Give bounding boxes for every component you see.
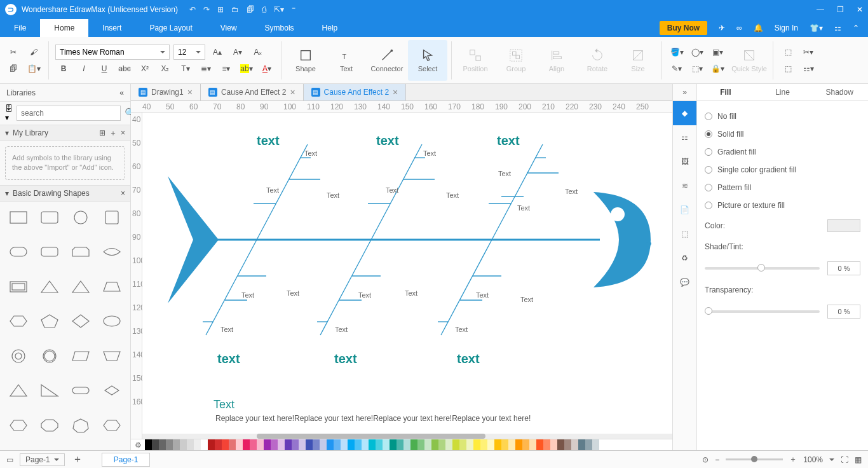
note[interactable]: Text — [446, 191, 459, 199]
quick-style-button[interactable]: Quick Style — [729, 40, 769, 81]
theme-icon[interactable]: 👕▾ — [810, 24, 823, 32]
shape-frame[interactable] — [5, 276, 32, 298]
comments-panel-icon[interactable]: 💬 — [673, 270, 696, 294]
shape-pill[interactable] — [5, 241, 32, 263]
zoom-in-icon[interactable]: ＋ — [789, 454, 797, 465]
line-style-icon[interactable]: ◯▾ — [689, 45, 705, 60]
drawing-canvas[interactable]: text text text text text text Text Text … — [142, 113, 672, 439]
shape-triangle2[interactable] — [67, 276, 95, 298]
shape-circle[interactable] — [67, 207, 95, 228]
note[interactable]: Text — [304, 149, 317, 157]
color-swatch[interactable] — [348, 439, 355, 450]
my-library-header[interactable]: ▾My Library ⊞ ＋ × — [0, 125, 130, 141]
color-swatch[interactable] — [508, 439, 515, 450]
color-swatch[interactable] — [397, 439, 403, 450]
collapse-ribbon-icon[interactable]: ⌃ — [853, 24, 859, 32]
zoom-out-icon[interactable]: − — [715, 455, 719, 464]
print-icon[interactable]: ⎙ — [262, 5, 266, 14]
color-swatch[interactable] — [827, 219, 860, 232]
color-swatch[interactable] — [208, 439, 215, 450]
fill-none-radio[interactable]: No fill — [705, 107, 860, 125]
color-swatch[interactable] — [452, 439, 459, 450]
color-swatch[interactable] — [264, 439, 271, 450]
add-icon[interactable]: ＋ — [109, 128, 117, 139]
grid-panel-icon[interactable]: ⚏ — [673, 125, 696, 149]
menu-file[interactable]: File — [0, 19, 40, 37]
shape-para[interactable] — [67, 345, 95, 367]
note[interactable]: Text — [405, 289, 417, 297]
color-swatch[interactable] — [173, 439, 180, 450]
cause-label[interactable]: text — [376, 134, 399, 148]
color-swatch[interactable] — [494, 439, 501, 450]
color-swatch[interactable] — [341, 439, 348, 450]
library-dropdown-icon[interactable]: 🗄▾ — [5, 104, 13, 122]
color-swatch[interactable] — [201, 439, 208, 450]
color-swatch[interactable] — [522, 439, 529, 450]
color-swatch[interactable] — [222, 439, 229, 450]
collapse-left-icon[interactable]: « — [119, 88, 124, 97]
arrow-icon[interactable]: 🔒▾ — [709, 61, 726, 76]
color-swatch[interactable] — [410, 439, 417, 450]
diagram-desc[interactable]: Replace your text here!Replace your text… — [215, 414, 531, 423]
page-panel-icon[interactable]: 📄 — [673, 198, 696, 222]
color-swatch[interactable] — [299, 439, 306, 450]
color-swatch[interactable] — [215, 439, 222, 450]
paste-icon[interactable]: 📋▾ — [25, 61, 42, 76]
send-icon[interactable]: ✈ — [719, 24, 725, 32]
color-swatch[interactable] — [159, 439, 166, 450]
fill-color-icon[interactable]: 🪣▾ — [668, 45, 685, 60]
add-page-button[interactable]: ＋ — [71, 453, 84, 466]
shape-rect[interactable] — [5, 207, 32, 228]
close-tab-icon[interactable]: × — [290, 87, 295, 97]
fill-solid-radio[interactable]: Solid fill — [705, 125, 860, 143]
superscript-icon[interactable]: X² — [137, 61, 153, 76]
bullets-icon[interactable]: ≡▾ — [218, 61, 234, 76]
color-swatch[interactable] — [585, 439, 592, 450]
note[interactable]: Text — [565, 188, 578, 195]
menu-symbols[interactable]: Symbols — [251, 19, 308, 37]
color-swatch[interactable] — [320, 439, 327, 450]
fill-panel-icon[interactable]: ◆ — [673, 101, 696, 125]
color-swatch[interactable] — [383, 439, 390, 450]
align-button[interactable]: Align — [537, 40, 576, 81]
color-swatch[interactable] — [229, 439, 236, 450]
page-tab[interactable]: Page-1 — [102, 453, 151, 467]
page-list-icon[interactable]: ▭ — [6, 455, 13, 464]
crop-icon[interactable]: ✂▾ — [800, 45, 817, 60]
menu-insert[interactable]: Insert — [88, 19, 135, 37]
cause-label[interactable]: text — [257, 134, 280, 148]
cause-label[interactable]: text — [334, 352, 357, 366]
color-swatch[interactable] — [515, 439, 522, 450]
color-swatch[interactable] — [243, 439, 250, 450]
play-icon[interactable]: ⊙ — [702, 455, 709, 464]
share-icon[interactable]: ∞ — [736, 24, 742, 32]
basic-shapes-header[interactable]: ▾Basic Drawing Shapes × — [0, 185, 130, 202]
menu-help[interactable]: Help — [308, 19, 352, 37]
note[interactable]: Text — [520, 296, 533, 303]
buy-now-button[interactable]: Buy Now — [660, 21, 707, 35]
color-swatch[interactable] — [236, 439, 243, 450]
subscript-icon[interactable]: X₂ — [157, 61, 173, 76]
color-swatch[interactable] — [271, 439, 278, 450]
shape-rounded2[interactable] — [36, 241, 64, 263]
color-swatch[interactable] — [466, 439, 473, 450]
color-swatch[interactable] — [376, 439, 383, 450]
clear-format-icon[interactable]: Aₓ — [250, 45, 266, 60]
format-painter-icon[interactable]: 🖌 — [25, 45, 42, 60]
italic-icon[interactable]: I — [76, 61, 92, 76]
size-panel-icon[interactable]: ⬚ — [673, 222, 696, 246]
doc-tab-2[interactable]: ▤Cause And Effect 2× — [201, 84, 304, 100]
color-swatch[interactable] — [557, 439, 564, 450]
color-swatch[interactable] — [334, 439, 341, 450]
close-tab-icon[interactable]: × — [393, 87, 398, 97]
shape-hex3[interactable] — [98, 415, 125, 436]
color-swatch[interactable] — [459, 439, 466, 450]
color-swatch[interactable] — [438, 439, 445, 450]
copy-icon[interactable]: 🗐 — [5, 61, 22, 76]
note[interactable]: Text — [423, 149, 436, 157]
note[interactable]: Text — [241, 291, 254, 299]
image-panel-icon[interactable]: 🖼 — [673, 149, 696, 174]
import-icon[interactable]: ⊞ — [99, 128, 105, 137]
color-swatch[interactable] — [187, 439, 194, 450]
search-input[interactable] — [17, 106, 121, 121]
